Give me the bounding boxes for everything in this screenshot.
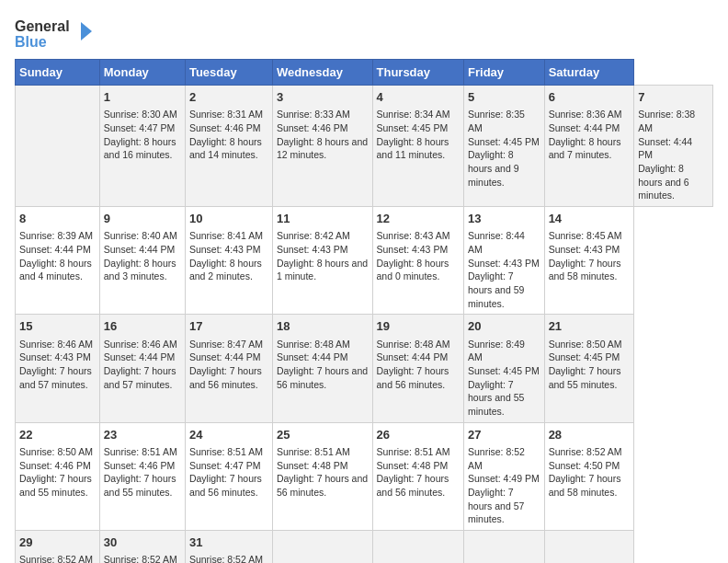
table-row: 20Sunrise: 8:49 AMSunset: 4:45 PMDayligh… [464,315,545,422]
cell-content: Sunrise: 8:52 AMSunset: 4:50 PMDaylight:… [549,445,631,500]
table-row: 8Sunrise: 8:39 AMSunset: 4:44 PMDaylight… [16,207,100,315]
day-number: 15 [19,318,96,335]
table-row: 25Sunrise: 8:51 AMSunset: 4:48 PMDayligh… [272,422,372,530]
cell-content: Sunrise: 8:39 AMSunset: 4:44 PMDaylight:… [19,229,96,283]
day-number: 14 [549,211,631,227]
col-header-tuesday: Tuesday [185,60,272,86]
table-row: 23Sunrise: 8:51 AMSunset: 4:46 PMDayligh… [99,422,185,530]
day-number: 30 [104,534,181,551]
day-number: 24 [189,427,268,443]
cell-content: Sunrise: 8:51 AMSunset: 4:48 PMDaylight:… [377,445,461,500]
day-number: 16 [104,318,181,335]
day-number: 1 [104,89,181,106]
cell-content: Sunrise: 8:36 AMSunset: 4:44 PMDaylight:… [549,108,631,162]
table-row: 4Sunrise: 8:34 AMSunset: 4:45 PMDaylight… [372,86,464,207]
table-row [544,530,634,563]
day-number: 8 [19,211,96,227]
svg-text:General: General [15,18,70,34]
cell-content: Sunrise: 8:34 AMSunset: 4:45 PMDaylight:… [377,108,461,162]
table-row: 13Sunrise: 8:44 AMSunset: 4:43 PMDayligh… [464,207,545,315]
day-number: 26 [377,427,461,443]
cell-content: Sunrise: 8:49 AMSunset: 4:45 PMDaylight:… [468,338,540,419]
table-row: 18Sunrise: 8:48 AMSunset: 4:44 PMDayligh… [272,315,372,422]
cell-content: Sunrise: 8:45 AMSunset: 4:43 PMDaylight:… [549,229,631,283]
table-row: 17Sunrise: 8:47 AMSunset: 4:44 PMDayligh… [185,315,272,422]
cell-content: Sunrise: 8:33 AMSunset: 4:46 PMDaylight:… [277,108,369,162]
cell-content: Sunrise: 8:30 AMSunset: 4:47 PMDaylight:… [104,108,181,162]
col-header-saturday: Saturday [544,60,634,86]
cell-content: Sunrise: 8:31 AMSunset: 4:46 PMDaylight:… [189,108,268,162]
table-row: 21Sunrise: 8:50 AMSunset: 4:45 PMDayligh… [544,315,634,422]
cell-content: Sunrise: 8:50 AMSunset: 4:45 PMDaylight:… [549,338,631,392]
calendar-table: SundayMondayTuesdayWednesdayThursdayFrid… [15,59,713,563]
calendar-row-1: 1Sunrise: 8:30 AMSunset: 4:47 PMDaylight… [16,86,713,207]
cell-content: Sunrise: 8:52 AMSunset: 4:52 PMDaylight:… [104,553,181,563]
day-number: 31 [189,534,268,551]
cell-content: Sunrise: 8:52 AMSunset: 4:49 PMDaylight:… [468,445,540,526]
day-number: 3 [277,89,369,106]
calendar-row-3: 15Sunrise: 8:46 AMSunset: 4:43 PMDayligh… [16,315,713,422]
calendar-row-2: 8Sunrise: 8:39 AMSunset: 4:44 PMDaylight… [16,207,713,315]
day-number: 17 [189,318,268,335]
cell-content: Sunrise: 8:52 AMSunset: 4:51 PMDaylight:… [19,553,96,563]
cell-content: Sunrise: 8:42 AMSunset: 4:43 PMDaylight:… [277,229,369,283]
table-row: 11Sunrise: 8:42 AMSunset: 4:43 PMDayligh… [272,207,372,315]
cell-content: Sunrise: 8:46 AMSunset: 4:43 PMDaylight:… [19,338,96,392]
table-row: 5Sunrise: 8:35 AMSunset: 4:45 PMDaylight… [464,86,545,207]
table-row: 27Sunrise: 8:52 AMSunset: 4:49 PMDayligh… [464,422,545,530]
cell-content: Sunrise: 8:52 AMSunset: 4:53 PMDaylight:… [189,553,268,563]
day-number: 4 [377,89,461,106]
generalblue-logo-icon: GeneralBlue [15,15,97,52]
day-number: 27 [468,427,540,443]
day-number: 2 [189,89,268,106]
table-row: 3Sunrise: 8:33 AMSunset: 4:46 PMDaylight… [272,86,372,207]
table-row: 26Sunrise: 8:51 AMSunset: 4:48 PMDayligh… [372,422,464,530]
day-number: 29 [19,534,96,551]
day-number: 13 [468,211,540,227]
cell-content: Sunrise: 8:38 AMSunset: 4:44 PMDaylight:… [638,108,709,202]
col-header-friday: Friday [464,60,545,86]
svg-text:Blue: Blue [15,34,47,50]
day-number: 9 [104,211,181,227]
table-row [272,530,372,563]
cell-content: Sunrise: 8:35 AMSunset: 4:45 PMDaylight:… [468,108,540,189]
day-number: 10 [189,211,268,227]
logo: GeneralBlue [15,15,97,52]
table-row [16,86,100,207]
day-number: 6 [549,89,631,106]
cell-content: Sunrise: 8:51 AMSunset: 4:46 PMDaylight:… [104,445,181,500]
day-number: 25 [277,427,369,443]
cell-content: Sunrise: 8:48 AMSunset: 4:44 PMDaylight:… [277,338,369,392]
cell-content: Sunrise: 8:51 AMSunset: 4:47 PMDaylight:… [189,445,268,500]
table-row: 30Sunrise: 8:52 AMSunset: 4:52 PMDayligh… [99,530,185,563]
table-row: 9Sunrise: 8:40 AMSunset: 4:44 PMDaylight… [99,207,185,315]
cell-content: Sunrise: 8:43 AMSunset: 4:43 PMDaylight:… [377,229,461,283]
col-header-thursday: Thursday [372,60,464,86]
table-row: 24Sunrise: 8:51 AMSunset: 4:47 PMDayligh… [185,422,272,530]
day-number: 19 [377,318,461,335]
table-row: 22Sunrise: 8:50 AMSunset: 4:46 PMDayligh… [16,422,100,530]
day-number: 23 [104,427,181,443]
day-number: 11 [277,211,369,227]
table-row: 12Sunrise: 8:43 AMSunset: 4:43 PMDayligh… [372,207,464,315]
table-row [464,530,545,563]
col-header-monday: Monday [99,60,185,86]
cell-content: Sunrise: 8:51 AMSunset: 4:48 PMDaylight:… [277,445,369,500]
day-number: 5 [468,89,540,106]
day-number: 28 [549,427,631,443]
calendar-row-5: 29Sunrise: 8:52 AMSunset: 4:51 PMDayligh… [16,530,713,563]
cell-content: Sunrise: 8:41 AMSunset: 4:43 PMDaylight:… [189,229,268,283]
day-number: 20 [468,318,540,335]
table-row: 29Sunrise: 8:52 AMSunset: 4:51 PMDayligh… [16,530,100,563]
day-number: 18 [277,318,369,335]
table-row: 6Sunrise: 8:36 AMSunset: 4:44 PMDaylight… [544,86,634,207]
day-number: 7 [638,89,709,106]
table-row: 7Sunrise: 8:38 AMSunset: 4:44 PMDaylight… [634,86,713,207]
header: GeneralBlue [15,15,713,52]
cell-content: Sunrise: 8:48 AMSunset: 4:44 PMDaylight:… [377,338,461,392]
col-header-wednesday: Wednesday [272,60,372,86]
table-row: 2Sunrise: 8:31 AMSunset: 4:46 PMDaylight… [185,86,272,207]
calendar-row-4: 22Sunrise: 8:50 AMSunset: 4:46 PMDayligh… [16,422,713,530]
table-row: 14Sunrise: 8:45 AMSunset: 4:43 PMDayligh… [544,207,634,315]
cell-content: Sunrise: 8:44 AMSunset: 4:43 PMDaylight:… [468,229,540,310]
